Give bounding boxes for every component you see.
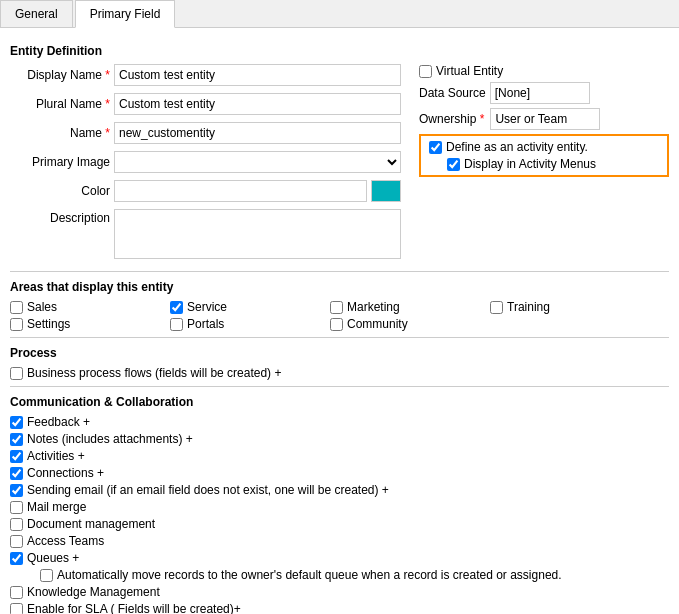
name-input[interactable] xyxy=(114,122,401,144)
area-sales-checkbox[interactable] xyxy=(10,301,23,314)
color-swatch[interactable] xyxy=(371,180,401,202)
bpf-row: Business process flows (fields will be c… xyxy=(10,366,669,380)
required-star: * xyxy=(105,68,110,82)
comm-auto-move: Automatically move records to the owner'… xyxy=(40,568,669,582)
comm-notes-checkbox[interactable] xyxy=(10,433,23,446)
tab-primary-field[interactable]: Primary Field xyxy=(75,0,176,28)
comm-mail-merge-checkbox[interactable] xyxy=(10,501,23,514)
tab-bar: General Primary Field xyxy=(0,0,679,28)
comm-email-checkbox[interactable] xyxy=(10,484,23,497)
virtual-entity-checkbox[interactable] xyxy=(419,65,432,78)
ownership-input[interactable] xyxy=(490,108,600,130)
area-sales-label: Sales xyxy=(27,300,57,314)
main-content: Entity Definition Display Name * Plural … xyxy=(0,28,679,614)
comm-doc-mgmt-label: Document management xyxy=(27,517,155,531)
area-service-checkbox[interactable] xyxy=(170,301,183,314)
plural-name-row: Plural Name * xyxy=(10,93,401,115)
comm-knowledge: Knowledge Management xyxy=(10,585,669,599)
area-marketing-label: Marketing xyxy=(347,300,400,314)
comm-activities-checkbox[interactable] xyxy=(10,450,23,463)
entity-definition-grid: Display Name * Plural Name * xyxy=(10,64,669,265)
area-service-label: Service xyxy=(187,300,227,314)
process-section: Process Business process flows (fields w… xyxy=(10,346,669,380)
divider3 xyxy=(10,386,669,387)
display-activity-row: Display in Activity Menus xyxy=(447,157,659,171)
area-training-checkbox[interactable] xyxy=(490,301,503,314)
area-community-checkbox[interactable] xyxy=(330,318,343,331)
area-marketing: Marketing xyxy=(330,300,490,314)
display-name-input[interactable] xyxy=(114,64,401,86)
name-value xyxy=(114,122,401,144)
comm-notes-label: Notes (includes attachments) + xyxy=(27,432,193,446)
comm-sla-checkbox[interactable] xyxy=(10,603,23,615)
display-activity-checkbox[interactable] xyxy=(447,158,460,171)
comm-doc-mgmt-checkbox[interactable] xyxy=(10,518,23,531)
ownership-label: Ownership * xyxy=(419,112,484,126)
process-header: Process xyxy=(10,346,669,360)
define-activity-checkbox[interactable] xyxy=(429,141,442,154)
description-textarea[interactable] xyxy=(114,209,401,259)
bpf-label: Business process flows (fields will be c… xyxy=(27,366,281,380)
primary-image-value xyxy=(114,151,401,173)
area-training: Training xyxy=(490,300,610,314)
area-portals-label: Portals xyxy=(187,317,224,331)
form-left: Display Name * Plural Name * xyxy=(10,64,401,265)
primary-image-select[interactable] xyxy=(114,151,401,173)
description-value xyxy=(114,209,401,262)
bpf-checkbox[interactable] xyxy=(10,367,23,380)
comm-access-teams-checkbox[interactable] xyxy=(10,535,23,548)
plural-name-input[interactable] xyxy=(114,93,401,115)
comm-queues: Queues + xyxy=(10,551,669,565)
areas-grid: Sales Service Marketing Training Setting… xyxy=(10,300,669,331)
plural-name-label: Plural Name * xyxy=(10,97,110,111)
area-community: Community xyxy=(330,317,490,331)
comm-access-teams-label: Access Teams xyxy=(27,534,104,548)
comm-section: Communication & Collaboration Feedback +… xyxy=(10,395,669,614)
define-activity-row: Define as an activity entity. xyxy=(429,140,659,154)
comm-knowledge-checkbox[interactable] xyxy=(10,586,23,599)
display-name-label: Display Name * xyxy=(10,68,110,82)
display-activity-label: Display in Activity Menus xyxy=(464,157,596,171)
areas-header: Areas that display this entity xyxy=(10,280,669,294)
area-marketing-checkbox[interactable] xyxy=(330,301,343,314)
comm-auto-move-checkbox[interactable] xyxy=(40,569,53,582)
area-settings: Settings xyxy=(10,317,170,331)
name-label: Name * xyxy=(10,126,110,140)
comm-connections-label: Connections + xyxy=(27,466,104,480)
comm-connections-checkbox[interactable] xyxy=(10,467,23,480)
area-portals: Portals xyxy=(170,317,330,331)
color-label: Color xyxy=(10,184,110,198)
comm-activities-label: Activities + xyxy=(27,449,85,463)
comm-auto-move-label: Automatically move records to the owner'… xyxy=(57,568,562,582)
comm-feedback-checkbox[interactable] xyxy=(10,416,23,429)
comm-notes: Notes (includes attachments) + xyxy=(10,432,669,446)
area-settings-label: Settings xyxy=(27,317,70,331)
tabs-container: General Primary Field xyxy=(0,0,679,28)
plural-name-value xyxy=(114,93,401,115)
comm-header: Communication & Collaboration xyxy=(10,395,669,409)
display-name-value xyxy=(114,64,401,86)
color-input[interactable] xyxy=(114,180,367,202)
comm-access-teams: Access Teams xyxy=(10,534,669,548)
area-sales: Sales xyxy=(10,300,170,314)
comm-queues-label: Queues + xyxy=(27,551,79,565)
comm-mail-merge-label: Mail merge xyxy=(27,500,86,514)
tab-general[interactable]: General xyxy=(0,0,73,27)
required-star3: * xyxy=(105,126,110,140)
comm-connections: Connections + xyxy=(10,466,669,480)
divider1 xyxy=(10,271,669,272)
comm-feedback: Feedback + xyxy=(10,415,669,429)
comm-queues-checkbox[interactable] xyxy=(10,552,23,565)
divider2 xyxy=(10,337,669,338)
primary-image-label: Primary Image xyxy=(10,155,110,169)
area-portals-checkbox[interactable] xyxy=(170,318,183,331)
virtual-entity-row: Virtual Entity xyxy=(419,64,669,78)
comm-sla: Enable for SLA ( Fields will be created)… xyxy=(10,602,669,614)
datasource-input[interactable] xyxy=(490,82,590,104)
comm-doc-mgmt: Document management xyxy=(10,517,669,531)
comm-knowledge-label: Knowledge Management xyxy=(27,585,160,599)
area-settings-checkbox[interactable] xyxy=(10,318,23,331)
area-community-label: Community xyxy=(347,317,408,331)
description-label: Description xyxy=(10,211,110,225)
virtual-entity-label: Virtual Entity xyxy=(436,64,503,78)
